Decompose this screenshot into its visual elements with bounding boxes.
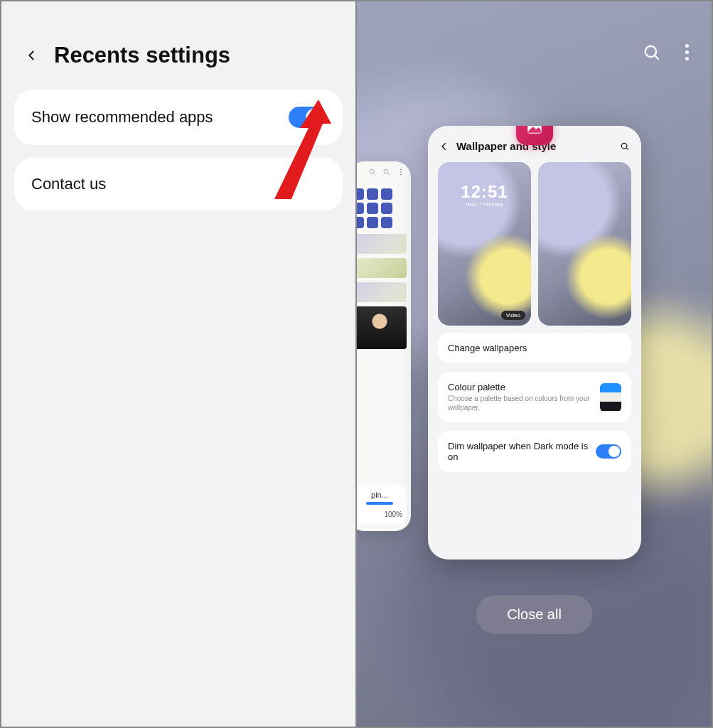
svg-point-3	[370, 169, 374, 173]
svg-point-1	[645, 46, 656, 56]
more-icon	[397, 168, 405, 176]
row-label: Change wallpapers	[448, 343, 527, 353]
colour-palette-row[interactable]: Colour palette Choose a palette based on…	[438, 372, 631, 422]
thumbnail-grid	[357, 188, 407, 228]
recommended-apps-toggle[interactable]	[289, 107, 326, 128]
svg-line-13	[626, 148, 628, 150]
search-icon	[368, 168, 377, 176]
thumbnail	[357, 282, 407, 302]
homescreen-preview[interactable]	[538, 162, 631, 326]
wallpaper-previews: 12:51 Wed, 7 February Video	[438, 162, 631, 326]
palette-swatch-icon	[600, 383, 621, 412]
gallery-icon[interactable]	[516, 126, 553, 145]
progress-card: pin... 100%	[357, 485, 407, 524]
recent-card-prev[interactable]: pin... 100%	[357, 161, 411, 531]
row-label: Dim wallpaper when Dark mode is on	[448, 441, 589, 462]
row-subtitle: Choose a palette based on colours from y…	[448, 394, 593, 412]
recent-card-wallpaper[interactable]: Wallpaper and style 12:51 Wed, 7 Februar…	[428, 126, 641, 560]
svg-line-2	[655, 55, 658, 59]
lock-clock: 12:51	[438, 182, 531, 202]
lock-date: Wed, 7 February	[438, 202, 531, 207]
change-wallpapers-row[interactable]: Change wallpapers	[438, 333, 631, 363]
header: Recents settings	[1, 1, 355, 90]
svg-line-4	[374, 173, 376, 176]
thumbnail	[357, 258, 407, 278]
row-label: Contact us	[31, 175, 106, 193]
page-title: Recents settings	[54, 43, 230, 68]
video-badge: Video	[501, 311, 525, 320]
lockscreen-preview[interactable]: 12:51 Wed, 7 February Video	[438, 162, 531, 326]
svg-point-8	[400, 171, 402, 173]
row-label: Show recommended apps	[31, 108, 213, 127]
recent-cards[interactable]: pin... 100% Wallpaper and style 12:51 We…	[357, 126, 712, 581]
svg-point-12	[621, 143, 627, 149]
top-actions	[643, 41, 693, 63]
thumbnail	[357, 234, 407, 254]
back-icon[interactable]	[439, 141, 449, 151]
dim-dark-toggle[interactable]	[596, 444, 621, 459]
search-icon[interactable]	[643, 43, 661, 62]
svg-point-5	[384, 169, 388, 173]
thumbnail	[357, 306, 407, 349]
more-icon[interactable]	[681, 41, 693, 63]
recents-overview-screen: pin... 100% Wallpaper and style 12:51 We…	[357, 0, 713, 728]
recents-settings-screen: Recents settings Show recommended apps C…	[0, 0, 357, 728]
progress-label: pin...	[357, 491, 402, 499]
settings-list: Show recommended apps Contact us	[1, 90, 355, 210]
dim-dark-row[interactable]: Dim wallpaper when Dark mode is on	[438, 431, 631, 472]
svg-point-9	[400, 174, 402, 176]
svg-point-7	[400, 169, 402, 171]
search-icon	[382, 168, 391, 176]
svg-line-6	[388, 173, 390, 176]
close-all-button[interactable]: Close all	[476, 595, 593, 634]
back-icon[interactable]	[26, 49, 38, 62]
progress-percent: 100%	[357, 510, 402, 518]
show-recommended-apps-row[interactable]: Show recommended apps	[14, 90, 343, 145]
progress-bar	[366, 502, 393, 505]
contact-us-row[interactable]: Contact us	[14, 158, 343, 210]
row-label: Colour palette	[448, 382, 593, 392]
search-icon[interactable]	[620, 141, 630, 151]
